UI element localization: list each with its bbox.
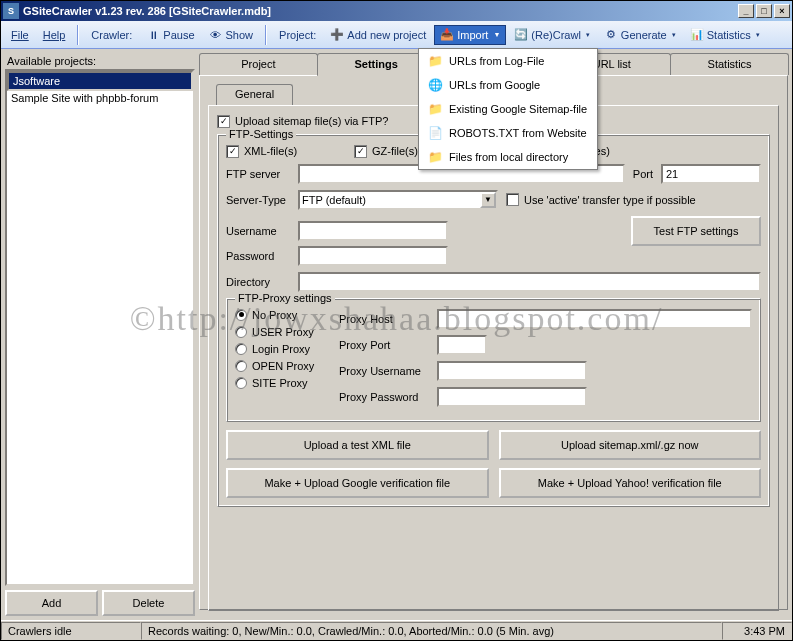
import-files-local[interactable]: 📁Files from local directory <box>419 145 597 169</box>
google-verify-button[interactable]: Make + Upload Google verification file <box>226 468 489 498</box>
add-button[interactable]: Add <box>5 590 98 616</box>
sidebar: Available projects: Jsoftware Sample Sit… <box>5 53 195 616</box>
close-button[interactable]: × <box>774 4 790 18</box>
username-label: Username <box>226 225 290 237</box>
statistics-button[interactable]: 📊Statistics▾ <box>684 25 766 45</box>
import-robots[interactable]: 📄ROBOTS.TXT from Website <box>419 121 597 145</box>
tab-general[interactable]: General <box>216 84 293 106</box>
add-icon: ➕ <box>330 28 344 42</box>
upload-test-button[interactable]: Upload a test XML file <box>226 430 489 460</box>
recrawl-icon: 🔄 <box>514 28 528 42</box>
proxy-username-input[interactable] <box>437 361 587 381</box>
proxy-password-input[interactable] <box>437 387 587 407</box>
status-crawlers: Crawlers idle <box>1 622 141 640</box>
proxy-legend: FTP-Proxy settings <box>235 292 335 304</box>
pause-icon: ⏸ <box>146 28 160 42</box>
pause-button[interactable]: ⏸Pause <box>140 25 200 45</box>
proxy-port-input[interactable] <box>437 335 487 355</box>
import-sitemap[interactable]: 📁Existing Google Sitemap-file <box>419 97 597 121</box>
username-input[interactable] <box>298 221 448 241</box>
import-button[interactable]: 📥Import▼ <box>434 25 506 45</box>
import-urls-google[interactable]: 🌐URLs from Google <box>419 73 597 97</box>
folder-icon: 📁 <box>427 53 443 69</box>
titlebar: S GSiteCrawler v1.23 rev. 286 [GSiteCraw… <box>1 1 792 21</box>
robots-icon: 📄 <box>427 125 443 141</box>
server-label: FTP server <box>226 168 290 180</box>
project-item[interactable]: Sample Site with phpbb-forum <box>7 91 193 105</box>
maximize-button[interactable]: □ <box>756 4 772 18</box>
yahoo-verify-button[interactable]: Make + Upload Yahoo! verification file <box>499 468 762 498</box>
password-label: Password <box>226 250 290 262</box>
menu-help[interactable]: Help <box>37 26 72 44</box>
ftp-legend: FTP-Settings <box>226 128 296 140</box>
globe-icon: 🌐 <box>427 77 443 93</box>
password-input[interactable] <box>298 246 448 266</box>
ftp-settings-group: FTP-Settings ✓XML-file(s) ✓GZ-file(s) (r… <box>217 134 770 507</box>
proxy-login-radio[interactable]: Login Proxy <box>235 343 325 355</box>
minimize-button[interactable]: _ <box>738 4 754 18</box>
directory-input[interactable] <box>298 272 761 292</box>
show-icon: 👁 <box>209 28 223 42</box>
upload-ftp-checkbox[interactable]: ✓Upload sitemap file(s) via FTP? <box>217 115 388 128</box>
import-urls-log[interactable]: 📁URLs from Log-File <box>419 49 597 73</box>
project-list[interactable]: Jsoftware Sample Site with phpbb-forum <box>5 69 195 586</box>
window-title: GSiteCrawler v1.23 rev. 286 [GSiteCrawle… <box>23 5 738 17</box>
upload-now-button[interactable]: Upload sitemap.xml/.gz now <box>499 430 762 460</box>
proxy-host-input[interactable] <box>437 309 752 329</box>
servertype-label: Server-Type <box>226 194 290 206</box>
crawler-label: Crawler: <box>85 26 138 44</box>
proxy-site-radio[interactable]: SITE Proxy <box>235 377 325 389</box>
proxy-open-radio[interactable]: OPEN Proxy <box>235 360 325 372</box>
add-project-button[interactable]: ➕Add new project <box>324 25 432 45</box>
import-dropdown: 📁URLs from Log-File 🌐URLs from Google 📁E… <box>418 48 598 170</box>
proxy-pass-label: Proxy Password <box>339 391 429 403</box>
stats-icon: 📊 <box>690 28 704 42</box>
delete-button[interactable]: Delete <box>102 590 195 616</box>
project-label: Project: <box>273 26 322 44</box>
app-icon: S <box>3 3 19 19</box>
status-records: Records waiting: 0, New/Min.: 0.0, Crawl… <box>141 622 722 640</box>
proxy-none-radio[interactable]: No Proxy <box>235 309 325 321</box>
servertype-select[interactable]: FTP (default)▼ <box>298 190 498 210</box>
chevron-down-icon: ▼ <box>480 192 496 208</box>
generate-icon: ⚙ <box>604 28 618 42</box>
tab-statistics[interactable]: Statistics <box>670 53 789 75</box>
separator <box>77 25 79 45</box>
folder-icon: 📁 <box>427 149 443 165</box>
xml-checkbox[interactable]: ✓XML-file(s) <box>226 145 346 158</box>
proxy-group: FTP-Proxy settings No Proxy USER Proxy L… <box>226 298 761 422</box>
directory-label: Directory <box>226 276 290 288</box>
separator <box>265 25 267 45</box>
status-time: 3:43 PM <box>722 622 792 640</box>
generate-button[interactable]: ⚙Generate▾ <box>598 25 682 45</box>
statusbar: Crawlers idle Records waiting: 0, New/Mi… <box>1 620 792 640</box>
projects-label: Available projects: <box>5 53 195 69</box>
import-icon: 📥 <box>440 28 454 42</box>
menu-file[interactable]: File <box>5 26 35 44</box>
folder-icon: 📁 <box>427 101 443 117</box>
active-checkbox[interactable]: Use 'active' transfer type if possible <box>506 193 696 206</box>
proxy-port-label: Proxy Port <box>339 339 429 351</box>
proxy-host-label: Proxy Host <box>339 313 429 325</box>
port-input[interactable] <box>661 164 761 184</box>
test-ftp-button[interactable]: Test FTP settings <box>631 216 761 246</box>
proxy-user-label: Proxy Username <box>339 365 429 377</box>
project-item[interactable]: Jsoftware <box>7 71 193 91</box>
tab-project[interactable]: Project <box>199 53 318 75</box>
proxy-user-radio[interactable]: USER Proxy <box>235 326 325 338</box>
recrawl-button[interactable]: 🔄(Re)Crawl▾ <box>508 25 596 45</box>
port-label: Port <box>633 168 653 180</box>
toolbar: File Help Crawler: ⏸Pause 👁Show Project:… <box>1 21 792 49</box>
show-button[interactable]: 👁Show <box>203 25 260 45</box>
app-window: S GSiteCrawler v1.23 rev. 286 [GSiteCraw… <box>0 0 793 641</box>
